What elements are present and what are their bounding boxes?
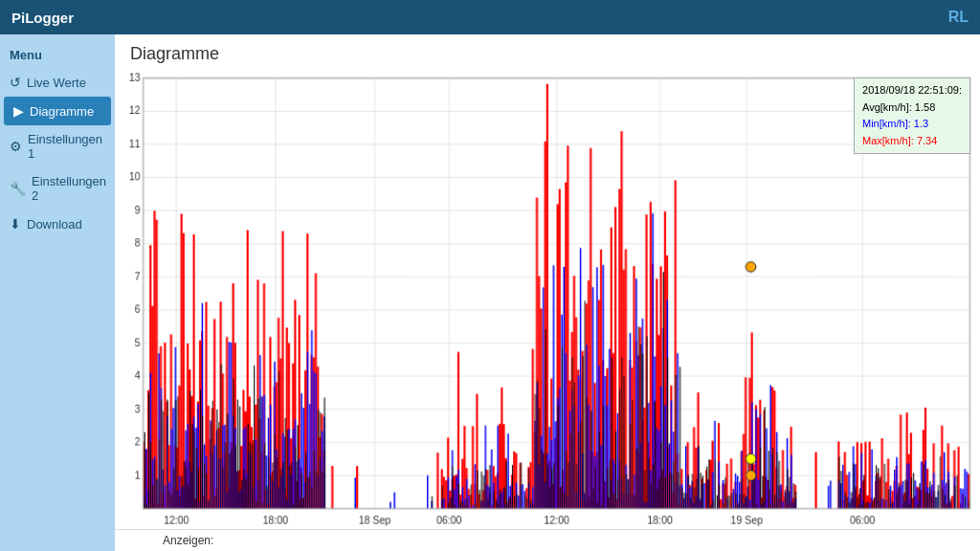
wrench-icon: 🔧 [10, 181, 26, 196]
app-header: PiLogger RL [0, 0, 980, 34]
sidebar: Menu ↺ Live Werte ▶ Diagramme ⚙ Einstell… [0, 34, 115, 551]
content-area: Diagramme 2018/09/18 22:51:09: Avg[km/h]… [115, 34, 980, 551]
sidebar-item-live-werte[interactable]: ↺ Live Werte [0, 68, 115, 97]
main-layout: Menu ↺ Live Werte ▶ Diagramme ⚙ Einstell… [0, 34, 980, 551]
sidebar-label-diagramme: Diagramme [30, 104, 94, 119]
refresh-icon: ↺ [10, 75, 21, 90]
sidebar-label-einstellungen1: Einstellungen 1 [28, 132, 105, 161]
sidebar-item-einstellungen1[interactable]: ⚙ Einstellungen 1 [0, 125, 115, 167]
header-icon: RL [948, 9, 969, 26]
sidebar-label-einstellungen2: Einstellungen 2 [32, 174, 106, 203]
sidebar-label-download: Download [27, 217, 82, 231]
app-title: PiLogger [11, 10, 74, 26]
chart-area: 2018/09/18 22:51:09: Avg[km/h]: 1.58 Min… [115, 68, 980, 529]
sidebar-label-live-werte: Live Werte [27, 76, 86, 90]
anzeigen-bar: Anzeigen: [115, 529, 980, 551]
gear-icon: ⚙ [10, 139, 22, 154]
sidebar-item-einstellungen2[interactable]: 🔧 Einstellungen 2 [0, 167, 115, 209]
tooltip-min: Min[km/h]: 1.3 [862, 116, 962, 133]
chart-icon: ▶ [13, 103, 24, 119]
tooltip-datetime: 2018/09/18 22:51:09: [862, 82, 962, 99]
sidebar-item-diagramme[interactable]: ▶ Diagramme [4, 97, 111, 125]
page-title: Diagramme [115, 34, 980, 68]
sidebar-menu-label: Menu [0, 42, 115, 68]
tooltip-avg: Avg[km/h]: 1.58 [862, 99, 962, 117]
tooltip-box: 2018/09/18 22:51:09: Avg[km/h]: 1.58 Min… [854, 77, 970, 154]
download-icon: ⬇ [10, 216, 21, 231]
sidebar-item-download[interactable]: ⬇ Download [0, 209, 115, 238]
anzeigen-label: Anzeigen: [163, 534, 213, 547]
chart-canvas[interactable] [115, 68, 980, 529]
tooltip-max: Max[km/h]: 7.34 [862, 133, 962, 150]
